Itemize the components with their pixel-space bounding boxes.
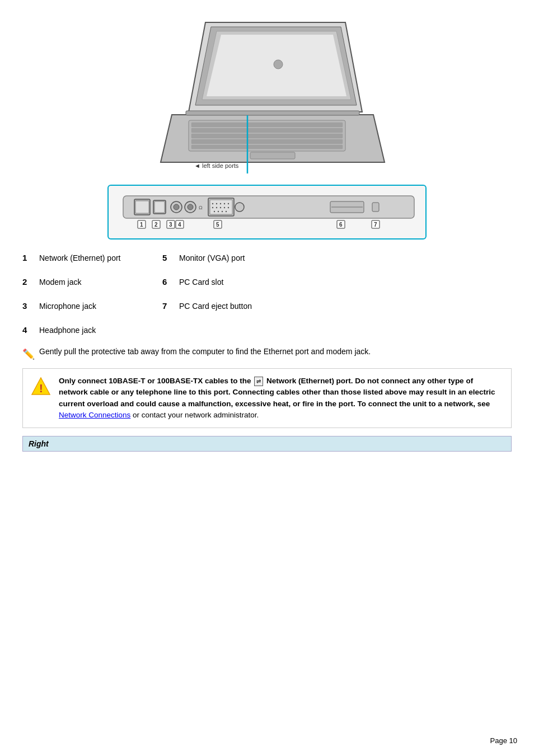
section-header: Right xyxy=(22,436,512,452)
svg-point-39 xyxy=(218,211,219,212)
svg-text:Ω: Ω xyxy=(199,205,203,210)
svg-text:4: 4 xyxy=(178,222,181,228)
item-label-4: Headphone jack xyxy=(39,326,162,335)
warning-text: Only connect 10BASE-T or 100BASE-TX cabl… xyxy=(59,375,503,421)
item-num-3: 3 xyxy=(22,301,39,311)
item-label2-7: PC Card eject button xyxy=(179,302,252,311)
svg-rect-45 xyxy=(372,203,379,212)
item-num2-7: 7 xyxy=(162,301,179,311)
svg-point-28 xyxy=(212,203,213,204)
item-num2-6: 6 xyxy=(162,277,179,287)
svg-point-29 xyxy=(216,203,217,204)
item-num2-5: 5 xyxy=(162,253,179,262)
svg-text:2: 2 xyxy=(154,222,158,228)
item-num-2: 2 xyxy=(22,277,39,287)
svg-rect-10 xyxy=(191,145,343,149)
svg-text:!: ! xyxy=(39,382,43,395)
warning-bold-start: Only connect 10BASE-T or 100BASE-TX cabl… xyxy=(59,377,253,385)
diagram-section: ◄ left side ports Ω xyxy=(22,11,512,240)
page-number: Page 10 xyxy=(490,736,517,745)
item-label2-5: Monitor (VGA) port xyxy=(179,253,245,262)
svg-point-33 xyxy=(212,207,213,208)
svg-rect-11 xyxy=(250,152,295,159)
note-text: Gently pull the protective tab away from… xyxy=(39,347,371,356)
svg-point-40 xyxy=(222,211,223,212)
item-label-2: Modem jack xyxy=(39,278,162,287)
svg-point-30 xyxy=(220,203,221,204)
svg-rect-18 xyxy=(135,201,149,213)
warning-connector-icon: ⇌ xyxy=(254,377,263,386)
item-row-1: 1 Network (Ethernet) port 5 Monitor (VGA… xyxy=(22,251,512,265)
item-label-1: Network (Ethernet) port xyxy=(39,253,162,262)
item-num-1: 1 xyxy=(22,253,39,262)
svg-point-32 xyxy=(228,203,229,204)
items-list: 1 Network (Ethernet) port 5 Monitor (VGA… xyxy=(22,251,512,337)
port-diagram-box: Ω 1 2 xyxy=(107,185,427,240)
svg-point-37 xyxy=(228,207,229,208)
svg-rect-9 xyxy=(191,139,343,144)
svg-point-35 xyxy=(220,207,221,208)
svg-point-14 xyxy=(274,60,283,69)
svg-point-22 xyxy=(174,204,179,210)
svg-point-42 xyxy=(235,203,244,212)
item-row-4: 4 Headphone jack xyxy=(22,323,512,337)
svg-rect-8 xyxy=(191,134,343,138)
svg-point-36 xyxy=(224,207,225,208)
svg-text:1: 1 xyxy=(140,222,143,228)
item-row-3: 3 Microphone jack 7 PC Card eject button xyxy=(22,299,512,313)
note-icon: ✏️ xyxy=(22,348,35,360)
svg-text:◄ left side ports: ◄ left side ports xyxy=(194,162,239,169)
port-diagram-svg: Ω 1 2 xyxy=(118,191,420,233)
svg-text:3: 3 xyxy=(169,222,172,228)
note-section: ✏️ Gently pull the protective tab away f… xyxy=(22,347,512,360)
warning-end-text: or contact your network administrator. xyxy=(133,411,259,419)
section-label: Right xyxy=(29,439,49,448)
svg-point-34 xyxy=(216,207,217,208)
warning-section: ! Only connect 10BASE-T or 100BASE-TX ca… xyxy=(22,368,512,428)
svg-rect-6 xyxy=(191,123,343,127)
svg-rect-16 xyxy=(123,196,414,218)
svg-text:5: 5 xyxy=(216,222,219,228)
svg-text:7: 7 xyxy=(374,222,377,228)
item-row-2: 2 Modem jack 6 PC Card slot xyxy=(22,275,512,289)
svg-point-24 xyxy=(188,204,193,210)
svg-rect-27 xyxy=(210,200,232,214)
svg-point-31 xyxy=(224,203,225,204)
svg-rect-12 xyxy=(186,111,359,115)
network-connections-link[interactable]: Network Connections xyxy=(59,411,130,419)
item-num-4: 4 xyxy=(22,325,39,335)
item-label-3: Microphone jack xyxy=(39,302,162,311)
item-label2-6: PC Card slot xyxy=(179,278,223,287)
laptop-illustration: ◄ left side ports xyxy=(138,11,396,190)
svg-rect-7 xyxy=(191,128,343,133)
svg-rect-20 xyxy=(154,201,165,213)
svg-point-41 xyxy=(226,211,227,212)
svg-point-38 xyxy=(214,211,215,212)
svg-text:6: 6 xyxy=(339,222,343,228)
warning-icon: ! xyxy=(31,377,51,401)
